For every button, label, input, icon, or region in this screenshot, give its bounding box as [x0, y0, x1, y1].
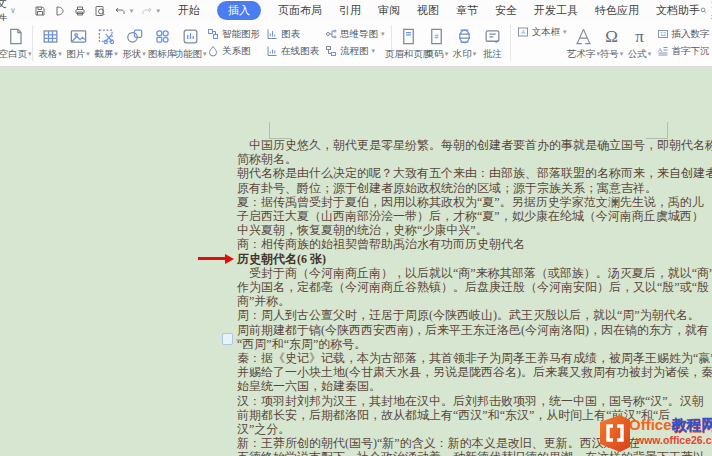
redo-icon[interactable] — [140, 4, 153, 17]
divider — [510, 25, 511, 61]
ribbon-page-number[interactable]: # 页码 — [423, 27, 451, 59]
print-preview-icon[interactable] — [94, 4, 107, 17]
ribbon-online-chart[interactable]: 在线图表 — [266, 45, 319, 58]
document-line: 作为国名，定都亳（今河南商丘谷熟镇）。后盘庚迁殷（今河南安阳）后，又以“殷”或“… — [237, 280, 705, 294]
divider — [32, 25, 33, 61]
ribbon-blank-page[interactable]: 空白页 — [1, 27, 29, 59]
tab-review[interactable]: 审阅 — [378, 3, 400, 18]
document-line: 汉：项羽封刘邦为汉王，其封地在汉中。后刘邦击败项羽，统一中国，国号称“汉”。汉朝 — [237, 394, 705, 408]
smart-graphics-icon — [207, 28, 219, 40]
ribbon-symbol[interactable]: Ω 符号 — [598, 27, 626, 59]
ribbon-word-art[interactable]: 艺术字 — [570, 27, 598, 59]
undo-dropdown-caret[interactable]: ▾ — [130, 7, 134, 15]
comment-icon — [483, 27, 503, 47]
document-line: 周前期建都于镐(今陕西西安西南)，后来平王东迁洛邑(今河南洛阳)，因在镐的东方，… — [237, 323, 705, 337]
document-line: 商：相传商族的始祖契曾帮助禹治水有功而历史朝代名 — [237, 237, 705, 251]
document-line: 秦：据《史记》记载，本为古部落，其首领非子为周孝王养马有成绩，被周孝王赐姓为“嬴… — [237, 351, 705, 365]
document-line: 始皇统一六国，始建秦国。 — [237, 379, 705, 393]
ribbon-watermark[interactable]: 水印 — [451, 27, 479, 59]
function-chart-icon — [180, 27, 200, 47]
print-icon[interactable] — [74, 4, 87, 17]
ribbon-insert: 空白页 表格 图片 截屏 形状 图标库 功能图 — [0, 21, 712, 67]
picture-icon — [68, 27, 88, 47]
word-art-icon — [574, 27, 594, 47]
svg-text:A: A — [658, 47, 662, 53]
screenshot-scissors-icon — [96, 27, 116, 47]
tab-special-apps[interactable]: 特色应用 — [595, 3, 639, 18]
svg-text:A: A — [521, 29, 525, 35]
tab-section[interactable]: 章节 — [456, 3, 478, 18]
quick-access-toolbar: ▾ ▾ — [30, 4, 164, 17]
ribbon-diagram-column: 智能图形 关系图 — [204, 28, 263, 58]
tab-developer-tools[interactable]: 开发工具 — [534, 3, 578, 18]
flowchart-icon — [325, 45, 337, 57]
ribbon-screenshot[interactable]: 截屏 — [92, 27, 120, 59]
ribbon-insert-number[interactable]: 12 插入数字 — [657, 28, 710, 41]
watermark-title: Office教程网 — [629, 416, 712, 435]
ribbon-number-column: 12 插入数字 A 首字下沉 — [654, 28, 712, 58]
watermark-logo: Office教程网 www.office26.com — [596, 410, 712, 456]
ribbon-table[interactable]: 表格 — [36, 27, 64, 59]
insert-number-icon: 12 — [657, 28, 669, 40]
watermark-icon — [455, 27, 475, 47]
document-line: 朝代名称是由什么决定的呢？大致有五个来由：由部族、部落联盟的名称而来，来自创建者 — [237, 166, 705, 180]
drop-cap-icon: A — [657, 45, 669, 57]
ribbon-chart[interactable]: 图表 — [266, 28, 319, 41]
document-line: “西周”和“东周”的称号。 — [237, 337, 705, 351]
icon-library-icon — [152, 27, 172, 47]
export-icon[interactable] — [54, 4, 67, 17]
document-canvas[interactable]: 中国历史悠久，朝代更是零星纷繁。每朝的创建者要首办的事就是确立国号，即朝代名称，… — [0, 68, 712, 456]
tab-references[interactable]: 引用 — [339, 3, 361, 18]
ribbon-mind-map[interactable]: 思维导图 — [325, 28, 385, 41]
tab-page-layout[interactable]: 页面布局 — [278, 3, 322, 18]
blank-page-icon — [5, 27, 25, 47]
tab-insert[interactable]: 插入 — [217, 1, 261, 20]
ribbon-function-chart[interactable]: 功能图 — [176, 27, 204, 59]
ribbon-drop-cap[interactable]: A 首字下沉 — [657, 45, 710, 58]
watermark-url: www.office26.com — [636, 434, 712, 446]
ribbon-relation-diagram[interactable]: 关系图 — [207, 45, 260, 58]
ribbon-mindmap-column: 思维导图 流程图 — [322, 28, 388, 58]
menu-tabs: 开始 插入 页面布局 引用 审阅 视图 章节 安全 开发工具 特色应用 文档助手 — [178, 1, 700, 20]
customize-toolbar-caret[interactable]: ▾ — [156, 7, 160, 15]
mind-map-icon — [325, 28, 337, 40]
online-chart-icon — [266, 45, 278, 57]
ribbon-textbox-column: A 文本框 — [514, 21, 570, 65]
ribbon-shapes[interactable]: 形状 — [120, 27, 148, 59]
ribbon-comment[interactable]: 批注 — [479, 27, 507, 59]
ribbon-header-footer[interactable]: 页眉和页脚 — [395, 27, 423, 59]
document-line: 简称朝名。 — [237, 152, 705, 166]
search-icon — [700, 5, 707, 16]
tab-view[interactable]: 视图 — [417, 3, 439, 18]
chevron-down-icon: ∨ — [10, 6, 16, 15]
document-line: 子启西迁大夏（山西南部汾浍一带）后，才称“夏”，姒少康在纶城（今河南商丘虞城西） — [237, 209, 705, 223]
document-line: 受封于商（今河南商丘南），以后就以“商”来称其部落（或部族）。汤灭夏后，就以“商… — [237, 266, 705, 280]
header-footer-icon — [399, 27, 419, 47]
document-lines: 中国历史悠久，朝代更是零星纷繁。每朝的创建者要首办的事就是确立国号，即朝代名称，… — [237, 138, 705, 456]
tab-security[interactable]: 安全 — [495, 3, 517, 18]
ribbon-picture[interactable]: 图片 — [64, 27, 92, 59]
document-line: 夏：据传禹曾受封于夏伯，因用以称其政权为“夏”。另据历史学家范文澜先生说，禹的儿 — [237, 195, 705, 209]
ribbon-icon-library[interactable]: 图标库 — [148, 27, 176, 59]
ribbon-chart-column: 图表 在线图表 — [263, 28, 322, 58]
document-line: 中兴夏朝，恢复夏朝的统治，史称“少康中兴”。 — [237, 223, 705, 237]
save-icon[interactable] — [34, 4, 47, 17]
page-number-icon: # — [427, 27, 447, 47]
tab-document-assistant[interactable]: 文档助手 — [656, 3, 700, 18]
relation-diagram-icon — [207, 45, 219, 57]
document-line: 周：周人到古公亶父时，迁居于周原(今陕西岐山)。武王灭殷以后，就以“周”为朝代名… — [237, 308, 705, 322]
undo-icon[interactable] — [114, 4, 127, 17]
ribbon-flowchart[interactable]: 流程图 — [325, 45, 385, 58]
ribbon-smart-graphics[interactable]: 智能图形 — [207, 28, 260, 41]
object-anchor-icon[interactable] — [222, 333, 233, 345]
chart-icon — [266, 28, 278, 40]
svg-text:12: 12 — [660, 31, 666, 37]
ribbon-formula[interactable]: π 公式 — [626, 27, 654, 59]
ribbon-text-box[interactable]: A 文本框 — [517, 26, 567, 39]
svg-text:#: # — [435, 33, 439, 41]
tab-home[interactable]: 开始 — [178, 3, 200, 18]
red-arrow-annotation — [198, 257, 225, 260]
table-icon — [40, 27, 60, 47]
shapes-icon — [124, 27, 144, 47]
symbol-omega-icon: Ω — [602, 27, 622, 47]
